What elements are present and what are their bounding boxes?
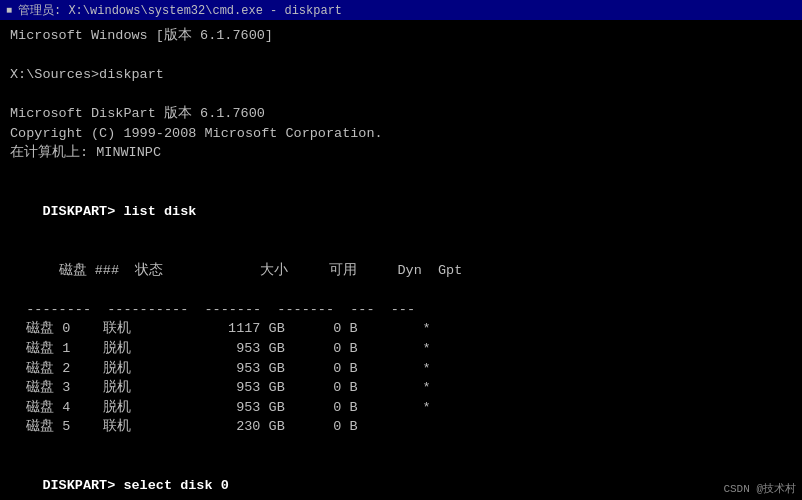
cmd-select-disk: select disk 0 [123, 478, 228, 493]
line-diskpart-launch: X:\Sources>diskpart [10, 65, 792, 85]
col-header-disk: 磁盘 ### 状态 大小 可用 Dyn Gpt [42, 263, 462, 278]
disk-row-1: 磁盘 1 脱机 953 GB 0 B * [10, 339, 792, 359]
watermark: CSDN @技术村 [723, 481, 796, 496]
disk-row-5: 磁盘 5 联机 230 GB 0 B [10, 417, 792, 437]
prompt-1: DISKPART> [42, 204, 123, 219]
line-empty-4 [10, 437, 792, 457]
table-separator: -------- ---------- ------- ------- --- … [10, 300, 792, 320]
disk-row-0: 磁盘 0 联机 1117 GB 0 B * [10, 319, 792, 339]
prompt-2: DISKPART> [42, 478, 123, 493]
line-diskpart-version: Microsoft DiskPart 版本 6.1.7600 [10, 104, 792, 124]
line-empty-1 [10, 46, 792, 66]
title-text: 管理员: X:\windows\system32\cmd.exe - diskp… [18, 2, 342, 19]
line-empty-2 [10, 85, 792, 105]
line-computer: 在计算机上: MINWINPC [10, 143, 792, 163]
cmd-list-disk: list disk [123, 204, 196, 219]
terminal: Microsoft Windows [版本 6.1.7600] X:\Sourc… [0, 20, 802, 500]
cmd-icon: ■ [6, 5, 12, 16]
table-header-line: 磁盘 ### 状态 大小 可用 Dyn Gpt [10, 241, 792, 300]
line-copyright: Copyright (C) 1999-2008 Microsoft Corpor… [10, 124, 792, 144]
line-win-version: Microsoft Windows [版本 6.1.7600] [10, 26, 792, 46]
disk-row-2: 磁盘 2 脱机 953 GB 0 B * [10, 359, 792, 379]
line-list-disk-cmd: DISKPART> list disk [10, 183, 792, 242]
line-empty-3 [10, 163, 792, 183]
disk-row-4: 磁盘 4 脱机 953 GB 0 B * [10, 398, 792, 418]
disk-row-3: 磁盘 3 脱机 953 GB 0 B * [10, 378, 792, 398]
title-bar: ■ 管理员: X:\windows\system32\cmd.exe - dis… [0, 0, 802, 20]
line-select-disk-cmd: DISKPART> select disk 0 [10, 456, 792, 500]
